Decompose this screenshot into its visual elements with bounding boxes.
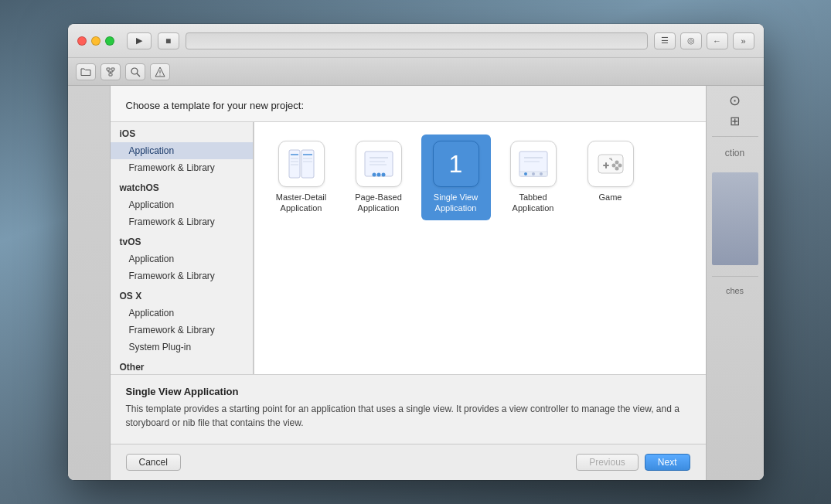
address-bar [186, 32, 648, 49]
single-view-label: Single ViewApplication [434, 192, 478, 214]
dialog-body: iOS Application Framework & Library watc… [111, 122, 706, 374]
svg-rect-40 [603, 165, 609, 166]
sidebar-item-watchos-application[interactable]: Application [111, 196, 253, 213]
description-title: Single View Application [126, 386, 690, 397]
titlebar: ▶ ■ ☰ ◎ ← » [68, 24, 764, 58]
main-content: Choose a template for your new project: … [68, 86, 764, 480]
svg-point-29 [524, 172, 527, 175]
folder-button[interactable] [76, 63, 96, 80]
close-button[interactable] [77, 36, 87, 46]
stop-button[interactable]: ■ [158, 32, 179, 49]
sidebar-item-ios-application[interactable]: Application [111, 142, 253, 159]
traffic-lights [77, 36, 114, 46]
left-sidebar [68, 86, 111, 480]
svg-point-38 [615, 167, 618, 171]
right-image-area [712, 172, 758, 265]
toolbar-right: ☰ ◎ ← » [654, 32, 754, 49]
svg-point-23 [381, 173, 385, 177]
svg-point-21 [372, 173, 376, 177]
maximize-button[interactable] [105, 36, 114, 46]
divider [712, 136, 758, 137]
divider2 [712, 276, 758, 277]
tabbed-label: TabbedApplication [513, 192, 554, 214]
right-panel-btn2[interactable]: ⊞ [730, 114, 740, 128]
template-grid-area: Master-DetailApplication [254, 122, 706, 374]
more-button[interactable]: » [733, 32, 754, 49]
svg-rect-1 [111, 68, 114, 70]
next-button[interactable]: Next [645, 454, 690, 471]
warning-button[interactable] [150, 63, 170, 80]
template-grid: Master-DetailApplication [267, 135, 693, 220]
svg-point-35 [615, 161, 618, 165]
osx-header: OS X [111, 284, 253, 305]
page-based-label: Page-BasedApplication [355, 192, 402, 214]
master-detail-label: Master-DetailApplication [276, 192, 326, 214]
template-description: Single View Application This template pr… [111, 374, 706, 444]
minimize-button[interactable] [91, 36, 100, 46]
sidebar-item-tvos-framework[interactable]: Framework & Library [111, 267, 253, 284]
right-label: ches [726, 286, 744, 295]
previous-button[interactable]: Previous [576, 454, 639, 471]
template-single-view[interactable]: 1 Single ViewApplication [421, 135, 491, 220]
watchos-header: watchOS [111, 176, 253, 196]
sidebar-item-tvos-application[interactable]: Application [111, 250, 253, 267]
hierarchy-button[interactable] [100, 63, 121, 80]
tvos-header: tvOS [111, 230, 253, 250]
ios-header: iOS [111, 122, 253, 142]
right-panel: ⊙ ⊞ ction ches [706, 86, 764, 480]
share-button[interactable]: ◎ [680, 32, 702, 49]
svg-point-31 [540, 172, 543, 175]
sidebar-item-osx-plugin[interactable]: System Plug-in [111, 339, 253, 356]
game-icon [587, 141, 634, 187]
single-view-icon: 1 [433, 141, 479, 187]
other-header: Other [111, 356, 253, 374]
template-master-detail[interactable]: Master-DetailApplication [267, 135, 336, 220]
svg-line-8 [137, 73, 140, 77]
sidebar-item-ios-framework[interactable]: Framework & Library [111, 159, 253, 176]
dialog-footer: Cancel Previous Next [111, 444, 706, 480]
tabbed-icon [510, 141, 557, 187]
list-view-button[interactable]: ☰ [654, 32, 676, 49]
dialog-header: Choose a template for your new project: [111, 86, 706, 122]
dialog-content: Choose a template for your new project: … [111, 86, 706, 480]
sidebar-item-osx-application[interactable]: Application [111, 305, 253, 322]
main-window: ▶ ■ ☰ ◎ ← » [68, 24, 764, 480]
svg-rect-20 [365, 152, 393, 176]
svg-rect-2 [109, 73, 112, 76]
sidebar-item-osx-framework[interactable]: Framework & Library [111, 322, 253, 339]
svg-point-22 [376, 173, 380, 177]
secondary-toolbar [68, 58, 764, 86]
right-panel-btn1[interactable]: ⊙ [729, 92, 741, 109]
back-button[interactable]: ← [707, 32, 728, 49]
svg-point-7 [131, 68, 138, 74]
svg-point-30 [532, 172, 535, 175]
game-label: Game [599, 192, 622, 203]
sidebar-item-watchos-framework[interactable]: Framework & Library [111, 213, 253, 230]
template-page-based[interactable]: Page-BasedApplication [344, 135, 414, 220]
dialog-header-text: Choose a template for your new project: [126, 100, 305, 111]
svg-point-37 [618, 164, 622, 168]
template-sidebar: iOS Application Framework & Library watc… [111, 122, 254, 374]
svg-point-36 [611, 164, 615, 168]
run-button[interactable]: ▶ [127, 32, 152, 49]
cancel-button[interactable]: Cancel [126, 454, 181, 471]
page-based-icon [356, 141, 402, 187]
nav-buttons: Previous Next [576, 454, 690, 471]
search-button[interactable] [125, 63, 145, 80]
template-game[interactable]: Game [576, 135, 645, 220]
description-text: This template provides a starting point … [126, 402, 690, 430]
svg-rect-0 [107, 68, 110, 70]
master-detail-icon [278, 141, 325, 187]
right-text: ction [722, 145, 748, 162]
template-tabbed[interactable]: TabbedApplication [499, 135, 568, 220]
svg-point-10 [159, 74, 160, 75]
